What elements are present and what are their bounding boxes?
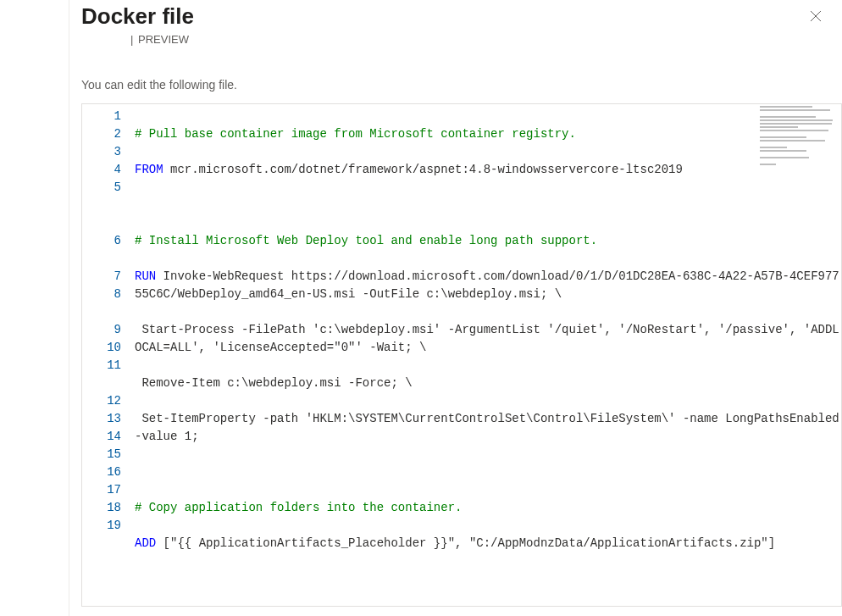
line-number: 7	[82, 268, 121, 286]
line-number: 18	[82, 499, 121, 517]
code-line	[135, 463, 841, 481]
code-line	[135, 570, 841, 588]
line-number: 15	[82, 446, 121, 463]
line-number: 11	[82, 357, 121, 392]
code-line: # Install Microsoft Web Deploy tool and …	[135, 232, 841, 250]
line-number: 13	[82, 410, 121, 428]
line-number-gutter: 1 2 3 4 5 6 7 8 9 10 11 12 13 14 15 16 1…	[82, 104, 131, 606]
line-number: 19	[82, 517, 121, 535]
line-number: 12	[82, 392, 121, 410]
code-line: Start-Process -FilePath 'c:\webdeploy.ms…	[135, 321, 841, 357]
code-line: Remove-Item c:\webdeploy.msi -Force; \	[135, 375, 841, 392]
description-text: You can edit the following file.	[81, 78, 842, 92]
editor-body: 1 2 3 4 5 6 7 8 9 10 11 12 13 14 15 16 1…	[82, 104, 841, 606]
panel-header: Docker file | PREVIEW	[81, 3, 842, 46]
line-number: 9	[82, 321, 121, 339]
line-number: 5	[82, 179, 121, 232]
preview-label: PREVIEW	[138, 33, 189, 46]
line-number: 17	[82, 481, 121, 499]
docker-file-panel: Docker file | PREVIEW You can edit the f…	[0, 0, 842, 616]
line-number: 2	[82, 125, 121, 143]
line-number: 4	[82, 161, 121, 179]
line-number: 10	[82, 339, 121, 357]
title-block: Docker file | PREVIEW	[81, 3, 194, 46]
code-line: RUN Invoke-WebRequest https://download.m…	[135, 268, 841, 303]
code-line: Set-ItemProperty -path 'HKLM:\SYSTEM\Cur…	[135, 410, 841, 446]
line-number: 3	[82, 143, 121, 161]
code-content[interactable]: # Pull base container image from Microso…	[131, 104, 841, 606]
close-button[interactable]	[805, 5, 827, 27]
code-line: ADD ["{{ ApplicationArtifacts_Placeholde…	[135, 535, 841, 552]
code-editor[interactable]: 1 2 3 4 5 6 7 8 9 10 11 12 13 14 15 16 1…	[81, 103, 842, 607]
line-number: 8	[82, 286, 121, 321]
code-line: # Copy application folders into the cont…	[135, 499, 841, 517]
line-number: 16	[82, 463, 121, 481]
line-number: 6	[82, 232, 121, 268]
code-line	[135, 197, 841, 214]
pipe-separator: |	[130, 33, 133, 46]
line-number: 14	[82, 428, 121, 446]
preview-badge: | PREVIEW	[81, 33, 194, 46]
line-number: 1	[82, 108, 121, 125]
code-line: FROM mcr.microsoft.com/dotnet/framework/…	[135, 161, 841, 179]
code-line: # Pull base container image from Microso…	[135, 125, 841, 143]
page-title: Docker file	[81, 3, 194, 30]
